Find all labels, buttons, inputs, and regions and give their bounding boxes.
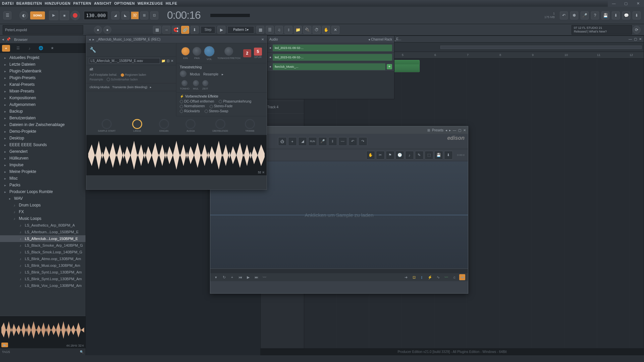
ed-f-c-icon[interactable]: ⚡ — [427, 274, 433, 280]
news-panel[interactable]: 07 12 FL STUDIO 21Released | What's New? — [572, 25, 632, 35]
window-maximize[interactable]: ▢ — [620, 0, 632, 7]
ed-scrub-icon[interactable]: ✋ — [366, 151, 375, 160]
tree-item[interactable]: ▸WAV — [0, 195, 86, 202]
menu-tools[interactable]: WERKZEUGE — [138, 1, 163, 5]
tree-item[interactable]: ♪LS_Afterclub...Loop_150BPM_E — [0, 235, 86, 242]
ed-min-icon[interactable]: — — [453, 128, 456, 132]
env-length-knob[interactable] — [132, 119, 142, 129]
midi-icon[interactable]: 🎤 — [581, 11, 589, 19]
add-channel-icon[interactable]: + — [387, 64, 392, 69]
search-icon[interactable]: 🔍 — [80, 350, 84, 354]
ed-f-e-icon[interactable]: 〰 — [443, 274, 449, 280]
ed-f-f-icon[interactable]: ♫ — [451, 274, 457, 280]
menu-help[interactable]: HILFE — [166, 1, 177, 5]
pat-mode[interactable]: ◐ — [19, 11, 28, 20]
tree-item[interactable]: ▸Plugin-Presets — [0, 74, 86, 81]
ts-tonho-knob[interactable] — [181, 80, 187, 86]
tree-item[interactable]: ▸Backup — [0, 108, 86, 115]
ed-run-icon[interactable]: RUN — [308, 137, 317, 146]
tree-item[interactable]: ▸Hüllkurven — [0, 155, 86, 162]
touch-icon[interactable]: ✋ — [322, 26, 330, 34]
channel-rack-icon[interactable]: ☰ — [266, 26, 274, 34]
tree-item[interactable]: ▸Packs — [0, 182, 86, 188]
knob-pan[interactable] — [193, 47, 201, 56]
view-next-icon[interactable]: → — [162, 26, 170, 34]
tree-item[interactable]: ♪FX — [0, 208, 86, 215]
ed-save-icon[interactable]: 💾 — [434, 151, 443, 160]
track-header[interactable] — [261, 114, 304, 126]
track-num-5[interactable]: 5 — [254, 48, 262, 56]
step-edit-icon[interactable]: ⊞ — [140, 11, 148, 19]
browser-tree[interactable]: ▸Aktuelles Projekt▸Letzte Dateien▸Plugin… — [0, 53, 86, 316]
save-icon[interactable]: 💾 — [601, 11, 609, 19]
collapse-icon[interactable]: ◂ — [2, 37, 4, 42]
undo-icon[interactable]: ↶ — [560, 11, 568, 19]
channel-row[interactable]: ●led_2023-01-09 02-... — [267, 43, 394, 53]
window-close[interactable]: ✕ — [632, 0, 644, 7]
step-display[interactable]: Step — [201, 26, 215, 34]
step-play-icon[interactable]: ▶ — [217, 26, 225, 34]
knob-enable[interactable] — [181, 47, 190, 56]
pl-close-icon[interactable]: ✕ — [639, 37, 642, 41]
tree-item[interactable]: ▸EEEE EEEE Sounds — [0, 141, 86, 148]
fx-dc[interactable]: DC-Offset entfernen — [180, 100, 214, 103]
ts-knob[interactable] — [180, 70, 186, 77]
fx-norm[interactable]: Normalisieren — [180, 104, 205, 108]
file-close-icon[interactable]: ✕ — [171, 59, 173, 63]
knob-vol[interactable]: ● — [94, 26, 102, 34]
menu-add[interactable]: HINZUFUGEN — [45, 1, 70, 5]
browser-preview[interactable]: ▶ 44.1kHz 32⤭ — [0, 316, 86, 348]
tree-item[interactable]: ♪Music Loops — [0, 215, 86, 222]
edison-scrollbar[interactable] — [210, 268, 468, 273]
ts-zeit-knob[interactable] — [202, 80, 208, 86]
tree-item[interactable]: ▸Dateien in der Zwischenablage — [0, 121, 86, 128]
ed-f-next-icon[interactable]: ⏭ — [253, 274, 259, 280]
ed-f-a-icon[interactable]: ⊡ — [411, 274, 417, 280]
track-num-2[interactable]: 2 — [243, 49, 251, 57]
piano-roll-icon[interactable]: ♫ — [275, 26, 283, 34]
tree-item[interactable]: ▸Benutzerdaten — [0, 115, 86, 121]
ed-select-icon[interactable]: ⬚ — [425, 151, 433, 160]
ed-power-icon[interactable]: ⏻ — [278, 137, 287, 146]
menu-pattern[interactable]: PATTERN — [73, 1, 91, 5]
tree-item[interactable]: ♪LS_Blink_Synt.Loop_130BPM_Am — [0, 269, 86, 276]
settings-icon[interactable]: ✽ — [570, 11, 578, 19]
pl-overview[interactable] — [440, 46, 642, 49]
tree-item[interactable]: ▸Mixer-Presets — [0, 88, 86, 95]
tree-item[interactable]: ▸Desktop — [0, 135, 86, 141]
folder-icon[interactable]: 📁 — [161, 59, 165, 63]
metronome-icon[interactable]: ◢ — [111, 11, 119, 19]
close-all-icon[interactable]: ✕ — [331, 26, 339, 34]
tree-item[interactable]: ♪LS_Blink_Musi.oop_130BPM_Am — [0, 262, 86, 269]
chrack-type[interactable]: Audio — [269, 38, 278, 41]
env-out-knob[interactable] — [185, 119, 196, 129]
tempo-display[interactable]: 130.000 — [84, 11, 108, 20]
tree-item[interactable]: ♪LS_Blink_Atmo.oop_130BPM_Am — [0, 255, 86, 262]
ed-presets[interactable]: Presets — [432, 128, 443, 132]
tab-sounds-icon[interactable]: ♪ — [26, 45, 33, 52]
ed-reverb-icon[interactable]: 〰 — [338, 137, 347, 146]
countdown-icon[interactable]: ◣ — [121, 11, 129, 19]
tree-item[interactable]: ▸Gerendert — [0, 148, 86, 155]
ed-fade-icon[interactable]: ◢ — [298, 137, 307, 146]
overdub-icon[interactable]: ⊡ — [150, 11, 158, 19]
tree-item[interactable]: ♪LS_Blink_Vox_Loop_130BPM_Am — [0, 282, 86, 289]
download-icon[interactable]: ⬇ — [633, 11, 641, 19]
ts-mul-knob[interactable] — [193, 80, 199, 86]
env-start-knob[interactable] — [102, 119, 112, 129]
render-icon[interactable]: ⬇ — [612, 11, 620, 19]
tree-item[interactable]: ▸Meine Projekte — [0, 168, 86, 175]
ed-send-icon[interactable]: ⬇ — [444, 151, 453, 160]
fx-sfade[interactable]: Stereo-Fade — [210, 104, 233, 108]
tree-item[interactable]: ♪Drum Loops — [0, 202, 86, 208]
tree-item[interactable]: ♪LS_Afterburn...Loop_150BPM_E — [0, 229, 86, 235]
tree-item[interactable]: ♪LS_Aesthetics_Arp_80BPM_A — [0, 222, 86, 229]
ed-f-wave-icon[interactable]: 〰 — [261, 274, 267, 280]
knob-pitch[interactable] — [224, 47, 233, 56]
ed-max-icon[interactable]: ▢ — [458, 128, 461, 132]
picker-icon[interactable]: ▦ — [256, 26, 264, 34]
ed-grid-icon[interactable]: ⊞ — [427, 128, 430, 132]
tempo-tap-icon[interactable]: ⏱ — [313, 26, 321, 34]
tree-item[interactable]: ▸Aktuelles Projekt — [0, 54, 86, 61]
tab-all-icon[interactable]: ☰ — [15, 45, 21, 52]
